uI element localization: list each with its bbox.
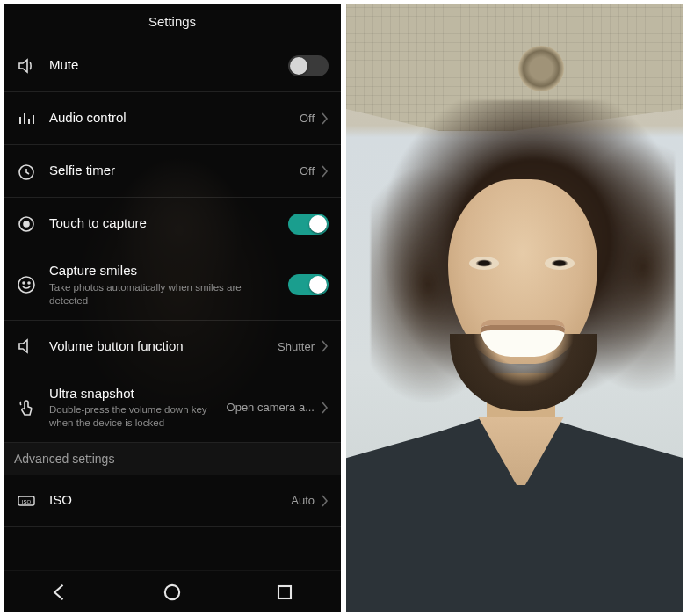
setting-subtitle: Double-press the volume down key when th… bbox=[49, 403, 214, 430]
setting-label: Volume button function bbox=[49, 338, 265, 355]
setting-ultra-snapshot[interactable]: Ultra snapshot Double-press the volume d… bbox=[4, 373, 341, 444]
setting-capture-smiles[interactable]: Capture smiles Take photos automatically… bbox=[4, 250, 341, 321]
toggle-touch-to-capture[interactable] bbox=[288, 214, 329, 235]
chevron-right-icon bbox=[322, 402, 329, 414]
nav-back-button[interactable] bbox=[47, 580, 72, 605]
setting-label: Mute bbox=[49, 57, 276, 74]
volume-icon bbox=[16, 336, 37, 357]
audio-bars-icon bbox=[16, 108, 37, 129]
svg-point-6 bbox=[24, 221, 29, 227]
settings-screen: Settings Mute Audio control Off bbox=[4, 4, 341, 612]
chevron-right-icon bbox=[322, 112, 329, 125]
setting-label: ISO bbox=[49, 492, 278, 509]
svg-point-8 bbox=[23, 282, 25, 284]
setting-subtitle: Take photos automatically when smiles ar… bbox=[49, 281, 276, 308]
setting-volume-button-function[interactable]: Volume button function Shutter bbox=[4, 321, 341, 373]
advanced-settings-header: Advanced settings bbox=[4, 443, 341, 475]
nav-home-button[interactable] bbox=[160, 580, 184, 605]
ceiling-light bbox=[518, 46, 564, 91]
right-eye bbox=[545, 257, 575, 270]
svg-text:ISO: ISO bbox=[22, 499, 32, 504]
nav-recent-button[interactable] bbox=[272, 580, 297, 605]
setting-label: Capture smiles bbox=[49, 263, 276, 279]
target-icon bbox=[16, 214, 37, 235]
selfie-photo bbox=[346, 4, 683, 612]
setting-value: Auto bbox=[291, 494, 315, 507]
chevron-right-icon bbox=[322, 495, 329, 507]
smile-icon bbox=[16, 274, 37, 295]
iso-icon: ISO bbox=[16, 490, 37, 511]
chevron-right-icon bbox=[322, 165, 329, 178]
svg-rect-13 bbox=[278, 586, 291, 598]
svg-point-7 bbox=[18, 277, 34, 293]
setting-touch-to-capture[interactable]: Touch to capture bbox=[4, 198, 341, 250]
setting-label: Ultra snapshot bbox=[49, 386, 214, 402]
left-eye bbox=[469, 257, 499, 270]
setting-value: Shutter bbox=[278, 340, 315, 353]
setting-label: Audio control bbox=[49, 110, 287, 127]
timer-icon bbox=[16, 161, 37, 182]
tap-icon bbox=[16, 397, 37, 418]
setting-selfie-timer[interactable]: Selfie timer Off bbox=[4, 145, 341, 198]
toggle-mute[interactable] bbox=[288, 55, 329, 76]
setting-value: Off bbox=[300, 164, 315, 178]
toggle-capture-smiles[interactable] bbox=[288, 274, 329, 295]
chevron-right-icon bbox=[322, 340, 329, 352]
setting-iso[interactable]: ISO ISO Auto bbox=[4, 475, 341, 527]
speaker-icon bbox=[16, 55, 37, 76]
settings-list: Mute Audio control Off bbox=[4, 40, 341, 570]
person-smile bbox=[481, 320, 565, 357]
setting-mute[interactable]: Mute bbox=[4, 40, 341, 92]
setting-value: Off bbox=[300, 112, 315, 125]
setting-value: Open camera a... bbox=[227, 401, 315, 414]
svg-point-9 bbox=[28, 282, 30, 284]
setting-label: Touch to capture bbox=[49, 215, 276, 232]
android-nav-bar bbox=[4, 570, 341, 612]
setting-audio-control[interactable]: Audio control Off bbox=[4, 92, 341, 145]
setting-label: Selfie timer bbox=[49, 163, 287, 179]
svg-point-12 bbox=[165, 584, 179, 598]
page-title: Settings bbox=[4, 4, 341, 40]
